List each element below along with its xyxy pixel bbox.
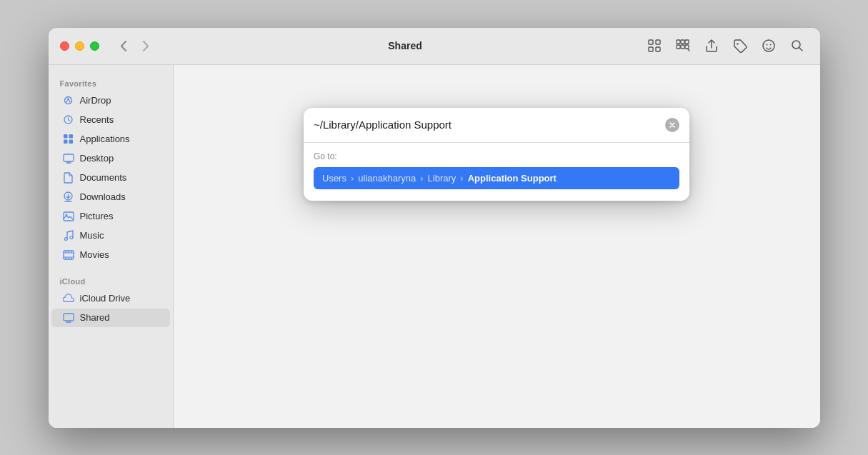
sidebar-item-desktop[interactable]: Desktop [51, 149, 170, 168]
svg-point-13 [769, 44, 771, 46]
downloads-icon [63, 191, 74, 203]
minimize-button[interactable] [75, 41, 84, 51]
pictures-icon [63, 211, 74, 222]
svg-point-27 [70, 236, 73, 239]
nav-buttons [114, 36, 156, 56]
svg-rect-1 [656, 40, 660, 44]
svg-rect-9 [685, 45, 689, 49]
close-button[interactable] [60, 41, 69, 51]
goto-suggestion[interactable]: Users › ulianakharyna › Library › Applic… [314, 167, 679, 189]
recents-label: Recents [80, 114, 114, 125]
svg-rect-22 [64, 154, 74, 161]
search-button[interactable] [786, 34, 809, 57]
back-button[interactable] [114, 36, 134, 56]
desktop-label: Desktop [80, 153, 114, 164]
goto-input[interactable] [314, 119, 659, 131]
shared-icon [63, 312, 74, 324]
movies-label: Movies [80, 249, 109, 260]
svg-rect-18 [64, 134, 68, 139]
svg-rect-4 [677, 40, 680, 44]
goto-segment-users: Users [322, 173, 346, 184]
main-pane: Go to: Users › ulianakharyna › Library ›… [174, 65, 820, 428]
goto-segment-app-support: Application Support [468, 173, 557, 184]
face-button[interactable] [757, 34, 780, 57]
sidebar-item-music[interactable]: Music [51, 226, 170, 245]
documents-label: Documents [80, 172, 127, 183]
svg-point-12 [766, 44, 767, 46]
goto-label: Go to: [314, 151, 679, 161]
music-label: Music [80, 230, 104, 241]
airdrop-icon [63, 95, 74, 106]
sidebar-item-pictures[interactable]: Pictures [51, 207, 170, 226]
finder-window: Shared [49, 28, 820, 428]
svg-rect-3 [656, 47, 660, 51]
forward-button[interactable] [136, 36, 156, 56]
applications-label: Applications [80, 134, 130, 144]
sidebar-item-documents[interactable]: Documents [51, 169, 170, 187]
svg-rect-8 [681, 45, 684, 49]
recents-icon [63, 114, 74, 126]
sidebar: Favorites AirDrop [49, 65, 174, 428]
applications-icon [63, 134, 74, 145]
goto-clear-button[interactable] [665, 118, 679, 132]
goto-dialog: Go to: Users › ulianakharyna › Library ›… [304, 108, 689, 201]
svg-point-16 [68, 98, 69, 99]
goto-segment-username: ulianakharyna [358, 173, 416, 184]
sidebar-item-downloads[interactable]: Downloads [51, 188, 170, 206]
svg-point-26 [64, 237, 67, 240]
downloads-label: Downloads [80, 191, 126, 202]
documents-icon [63, 172, 74, 184]
icloud-label: iCloud [49, 271, 173, 289]
shared-label: Shared [80, 312, 110, 323]
traffic-lights [60, 41, 99, 51]
svg-rect-6 [685, 40, 689, 44]
goto-arrow-3: › [460, 173, 463, 184]
svg-rect-21 [69, 140, 74, 144]
svg-rect-29 [64, 314, 74, 321]
goto-arrow-2: › [420, 173, 423, 184]
icloud-drive-label: iCloud Drive [80, 293, 131, 304]
sidebar-item-applications[interactable]: Applications [51, 130, 170, 149]
airdrop-label: AirDrop [80, 95, 111, 106]
maximize-button[interactable] [90, 41, 99, 51]
sidebar-item-icloud-drive[interactable]: iCloud Drive [51, 289, 170, 308]
svg-rect-20 [64, 140, 68, 144]
svg-rect-0 [649, 40, 653, 44]
svg-point-14 [792, 41, 800, 49]
goto-body: Go to: Users › ulianakharyna › Library ›… [304, 143, 689, 201]
sidebar-item-recents[interactable]: Recents [51, 111, 170, 129]
svg-point-10 [737, 43, 738, 44]
icloud-drive-icon [63, 293, 74, 304]
favorites-label: Favorites [49, 74, 173, 91]
share-button[interactable] [700, 34, 723, 57]
movies-icon [63, 249, 74, 261]
pictures-label: Pictures [80, 211, 114, 221]
sidebar-item-airdrop[interactable]: AirDrop [51, 91, 170, 110]
goto-input-row [304, 108, 689, 143]
goto-segment-library: Library [428, 173, 457, 184]
title-bar: Shared [49, 28, 820, 65]
desktop-icon [63, 153, 74, 164]
svg-rect-2 [649, 47, 653, 51]
svg-rect-19 [69, 134, 74, 139]
view-grid-button[interactable] [643, 34, 666, 57]
sidebar-item-movies[interactable]: Movies [51, 246, 170, 264]
content-area: Favorites AirDrop [49, 65, 820, 428]
svg-rect-24 [64, 212, 74, 221]
tag-button[interactable] [729, 34, 752, 57]
window-title: Shared [168, 40, 643, 51]
sidebar-item-shared[interactable]: Shared [51, 309, 170, 327]
svg-rect-5 [681, 40, 684, 44]
toolbar-icons [643, 34, 809, 57]
goto-arrow-1: › [351, 173, 354, 184]
view-options-button[interactable] [672, 34, 694, 57]
music-icon [63, 230, 74, 241]
svg-rect-7 [677, 45, 680, 49]
